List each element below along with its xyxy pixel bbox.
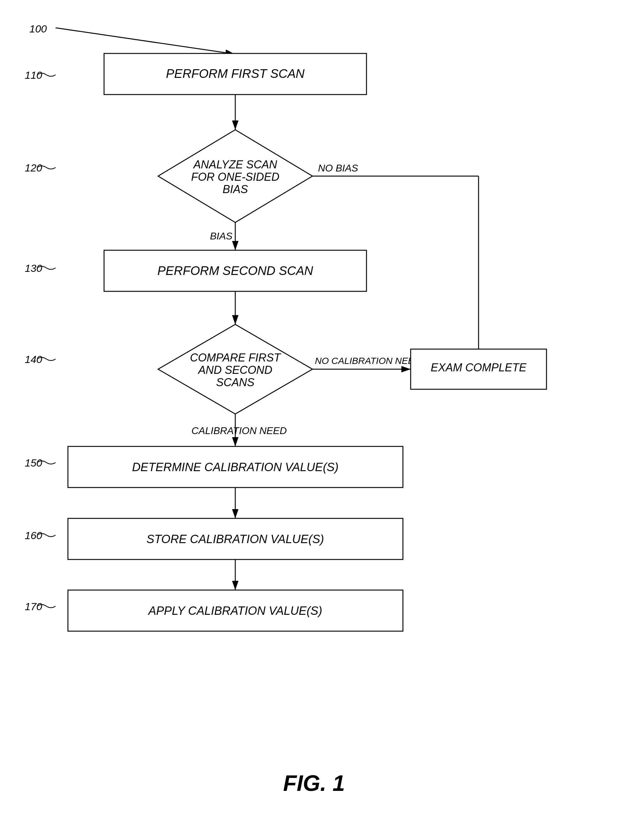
svg-rect-1 [104, 54, 367, 95]
step-130-label: 130 [25, 262, 42, 274]
svg-text:COMPARE FIRST: COMPARE FIRST [190, 351, 281, 364]
svg-text:SCANS: SCANS [216, 376, 254, 388]
diagram-container: 100 110 PERFORM FIRST SCAN 120 ANALYZE S… [0, 0, 628, 840]
step160-text: STORE CALIBRATION VALUE(S) [146, 533, 324, 546]
step-160-label: 160 [25, 529, 42, 541]
svg-text:FOR ONE-SIDED: FOR ONE-SIDED [191, 171, 279, 183]
svg-text:BIAS: BIAS [223, 183, 248, 196]
svg-line-0 [55, 28, 235, 54]
svg-marker-3 [158, 130, 312, 223]
svg-rect-10 [104, 250, 367, 291]
step-110-label: 110 [25, 69, 42, 81]
step170-text: APPLY CALIBRATION VALUE(S) [148, 604, 322, 617]
step-150-label: 150 [25, 457, 42, 469]
svg-rect-23 [68, 590, 403, 631]
step110-text: PERFORM FIRST SCAN [166, 67, 305, 81]
step-140-label: 140 [25, 354, 42, 365]
svg-text:AND SECOND: AND SECOND [198, 364, 272, 376]
svg-rect-19 [68, 447, 403, 488]
svg-marker-12 [158, 324, 312, 414]
exam-complete-text: EXAM COMPLETE [431, 361, 527, 374]
svg-text:ANALYZE SCAN: ANALYZE SCAN [193, 158, 277, 171]
step130-text: PERFORM SECOND SCAN [157, 264, 313, 278]
svg-rect-17 [411, 349, 546, 389]
fig-caption: FIG. 1 [283, 771, 345, 796]
svg-rect-21 [68, 518, 403, 559]
no-cal-label: NO CALIBRATION NEED [315, 355, 421, 366]
step-170-label: 170 [25, 601, 42, 612]
cal-need-label: CALIBRATION NEED [191, 425, 287, 436]
no-bias-label: NO BIAS [318, 163, 358, 174]
step150-text: DETERMINE CALIBRATION VALUE(S) [132, 461, 339, 474]
bias-label: BIAS [210, 231, 233, 242]
ref-100: 100 [29, 23, 47, 35]
step-120-label: 120 [25, 162, 42, 174]
